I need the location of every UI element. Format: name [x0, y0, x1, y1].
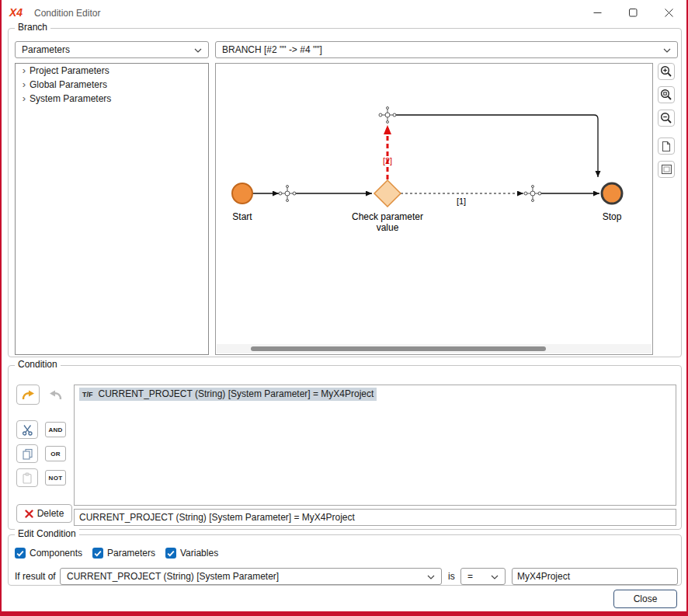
chevron-right-icon: › [19, 65, 30, 76]
branch-group: Branch Parameters › Project Parameters ›… [8, 28, 682, 357]
chevron-right-icon: › [19, 79, 30, 90]
decision-node[interactable] [374, 180, 401, 207]
if-result-of-label: If result of [15, 568, 56, 585]
zoom-selection-button[interactable] [658, 86, 675, 103]
components-checkbox-wrap[interactable]: Components [15, 548, 82, 559]
edge-top-to-stop[interactable] [394, 115, 598, 177]
scissors-icon [22, 424, 33, 436]
expression-preview: CURRENT_PROJECT (String) [System Paramet… [74, 509, 676, 526]
copy-button[interactable] [16, 444, 38, 463]
components-checkbox-label: Components [30, 548, 82, 559]
is-label: is [448, 568, 455, 585]
stop-node[interactable] [602, 183, 622, 204]
fit-page-icon [661, 141, 672, 152]
tree-item-label: Global Parameters [30, 79, 107, 90]
branch-select-value: BRANCH [#2 "" -> #4 ""] [222, 44, 322, 55]
minimize-button[interactable] [579, 0, 615, 25]
components-checkbox[interactable] [15, 548, 26, 559]
apply-condition-button[interactable] [16, 385, 40, 405]
condition-editor-window: X4 Condition Editor Branch Parameters › [0, 0, 688, 616]
condition-group-label: Condition [15, 359, 61, 370]
maximize-icon [629, 9, 638, 17]
parameter-category-select[interactable]: Parameters [15, 41, 209, 58]
variables-checkbox[interactable] [165, 548, 176, 559]
fit-page-button[interactable] [658, 137, 675, 155]
close-window-button[interactable] [651, 0, 686, 25]
zoom-selection-icon [660, 89, 672, 101]
parameters-checkbox-wrap[interactable]: Parameters [92, 548, 155, 559]
connector-node[interactable] [379, 107, 396, 124]
copy-icon [22, 448, 33, 460]
chevron-down-icon [663, 48, 671, 53]
true-false-badge: T/F [82, 391, 93, 398]
stop-node-label: Stop [589, 211, 635, 222]
tree-item-label: System Parameters [30, 93, 111, 104]
operator-select-value: = [467, 571, 473, 582]
connector-node[interactable] [524, 186, 541, 202]
condition-row-text: CURRENT_PROJECT (String) [System Paramet… [99, 388, 374, 399]
decision-node-label: Check parameter value [341, 211, 434, 233]
x4-logo: X4 [9, 6, 23, 19]
operand-select-value: CURRENT_PROJECT (String) [System Paramet… [67, 571, 279, 582]
condition-group: Condition AND OR NOT Delete T/FCURRENT_P… [8, 365, 682, 530]
tree-item-system-parameters[interactable]: › System Parameters [16, 92, 208, 106]
revert-arrow-icon [49, 389, 63, 401]
cut-button[interactable] [16, 420, 38, 439]
comparison-value-input[interactable] [512, 568, 678, 585]
condition-list[interactable]: T/FCURRENT_PROJECT (String) [System Para… [74, 385, 676, 506]
start-node-label: Start [219, 211, 266, 222]
connector-node[interactable] [279, 186, 296, 202]
clipboard-icon [22, 472, 33, 484]
chevron-down-icon [194, 48, 202, 53]
operator-select[interactable]: = [460, 568, 506, 585]
chevron-down-icon [491, 575, 499, 579]
expression-text: CURRENT_PROJECT (String) [System Paramet… [79, 512, 355, 523]
delete-x-icon [25, 510, 33, 518]
variables-checkbox-wrap[interactable]: Variables [165, 548, 218, 559]
fit-window-button[interactable] [658, 161, 675, 178]
edit-condition-group: Edit Condition Components Parameters Var… [8, 534, 682, 586]
workflow-diagram [216, 64, 652, 343]
edge-1-label: [1] [446, 197, 477, 206]
chevron-down-icon [427, 575, 435, 579]
chevron-right-icon: › [19, 93, 30, 104]
zoom-in-icon [660, 65, 672, 78]
parameters-checkbox-label: Parameters [107, 548, 155, 559]
not-button[interactable]: NOT [45, 470, 66, 485]
and-button[interactable]: AND [45, 422, 66, 437]
zoom-in-button[interactable] [658, 63, 675, 80]
parameter-tree: › Project Parameters › Global Parameters… [15, 63, 209, 355]
tree-item-project-parameters[interactable]: › Project Parameters [16, 64, 208, 78]
parameter-category-value: Parameters [22, 44, 70, 55]
close-button[interactable]: Close [613, 590, 677, 608]
close-icon [665, 9, 673, 17]
minimize-icon [593, 9, 602, 17]
tree-item-global-parameters[interactable]: › Global Parameters [16, 78, 208, 92]
edit-condition-group-label: Edit Condition [15, 528, 79, 539]
window-title: Condition Editor [34, 8, 100, 19]
edge-2-label: [2] [372, 156, 403, 165]
paste-button[interactable] [16, 468, 38, 487]
parameters-checkbox[interactable] [92, 548, 103, 559]
or-button[interactable]: OR [45, 446, 66, 461]
apply-arrow-icon [21, 389, 35, 401]
tree-item-label: Project Parameters [30, 65, 109, 76]
variables-checkbox-label: Variables [180, 548, 218, 559]
branch-select[interactable]: BRANCH [#2 "" -> #4 ""] [215, 41, 678, 58]
condition-row-selected[interactable]: T/FCURRENT_PROJECT (String) [System Para… [79, 388, 671, 401]
workflow-canvas[interactable]: Start Check parameter value Stop [1] [2] [215, 63, 653, 355]
zoom-out-button[interactable] [658, 110, 675, 127]
branch-group-label: Branch [15, 22, 50, 33]
start-node[interactable] [232, 183, 252, 204]
revert-condition-button[interactable] [44, 385, 68, 405]
operand-select[interactable]: CURRENT_PROJECT (String) [System Paramet… [60, 568, 442, 585]
titlebar: X4 Condition Editor [2, 0, 686, 25]
delete-label: Delete [37, 508, 64, 519]
canvas-horizontal-scrollbar[interactable] [217, 344, 652, 353]
delete-button[interactable]: Delete [16, 504, 72, 523]
scrollbar-thumb[interactable] [251, 346, 546, 351]
maximize-button[interactable] [615, 0, 651, 25]
fit-window-icon [661, 164, 672, 175]
zoom-out-icon [660, 112, 672, 124]
